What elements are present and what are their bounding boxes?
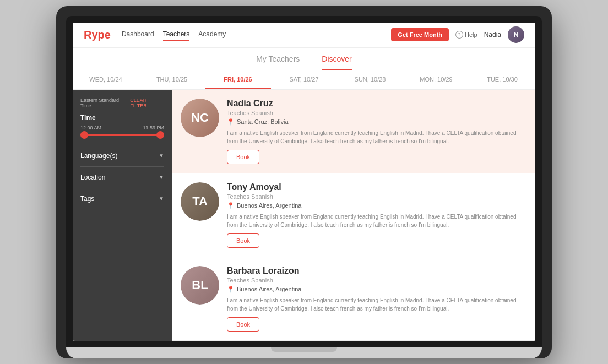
teacher-avatar-barbara: BL [181, 266, 219, 305]
location-text-barbara: Buenos Aires, Argentina [237, 286, 301, 292]
date-sat[interactable]: SAT, 10/27 [271, 70, 337, 89]
teacher-card-tony: TA Tony Amoyal Teaches Spanish 📍 Buenos … [172, 173, 535, 257]
filter-tags-label: Tags [80, 195, 94, 203]
date-fri[interactable]: FRI, 10/26 [205, 70, 271, 89]
filter-tags[interactable]: Tags ▼ [80, 188, 164, 209]
teacher-name-barbara: Barbara Loraizon [227, 266, 526, 276]
date-sun[interactable]: SUN, 10/28 [337, 70, 403, 89]
teacher-location-barbara: 📍 Buenos Aires, Argentina [227, 286, 526, 293]
teacher-subject-nadia: Teaches Spanish [227, 110, 526, 116]
chevron-down-icon: ▼ [159, 174, 164, 180]
time-range: 12:00 AM 11:59 PM [80, 125, 164, 131]
time-section: Time 12:00 AM 11:59 PM [80, 114, 164, 136]
laptop-frame: Rype Dashboard Teachers Academy Get Free… [56, 6, 552, 358]
tabs-bar: My Teachers Discover [73, 48, 535, 70]
location-text-nadia: Santa Cruz, Bolivia [237, 118, 289, 125]
location-pin-icon: 📍 [227, 118, 235, 126]
filter-languages-label: Language(s) [80, 152, 117, 160]
nav-right: Get Free Month ? Help Nadia N [391, 26, 524, 43]
clear-filter-button[interactable]: CLEAR FILTER [130, 97, 164, 108]
timezone-row: Eastern Standard Time CLEAR FILTER [80, 97, 164, 108]
filter-languages[interactable]: Language(s) ▼ [80, 145, 164, 166]
avatar-initials: N [508, 26, 524, 43]
nav-links: Dashboard Teachers Academy [122, 28, 391, 41]
teacher-info-tony: Tony Amoyal Teaches Spanish 📍 Buenos Air… [227, 182, 526, 248]
teacher-card-barbara: BL Barbara Loraizon Teaches Spanish 📍 Bu… [172, 257, 535, 341]
main-layout: Eastern Standard Time CLEAR FILTER Time … [73, 90, 535, 341]
location-pin-icon: 📍 [227, 286, 235, 293]
get-free-button[interactable]: Get Free Month [391, 28, 449, 41]
teacher-photo-barbara[interactable]: BL [181, 266, 219, 305]
help-icon: ? [455, 31, 463, 39]
avatar[interactable]: N [508, 26, 524, 43]
time-slider[interactable] [80, 134, 164, 136]
teacher-bio-tony: I am a native English speaker from Engla… [227, 213, 526, 229]
teacher-list: NC Nadia Cruz Teaches Spanish 📍 Santa Cr… [172, 90, 535, 341]
teacher-avatar-nadia: NC [181, 99, 219, 137]
date-bar: WED, 10/24 THU, 10/25 FRI, 10/26 SAT, 10… [73, 70, 535, 90]
teacher-bio-barbara: I am a native English speaker from Engla… [227, 296, 526, 313]
time-title: Time [80, 114, 164, 122]
teacher-location-tony: 📍 Buenos Aires, Argentina [227, 202, 526, 209]
teacher-avatar-tony: TA [181, 182, 219, 221]
location-pin-icon: 📍 [227, 202, 235, 209]
tab-discover[interactable]: Discover [322, 55, 351, 70]
teacher-photo-nadia[interactable]: NC [181, 99, 219, 137]
nav-academy[interactable]: Academy [198, 28, 226, 41]
teacher-name-nadia: Nadia Cruz [227, 99, 526, 108]
book-button-tony[interactable]: Book [227, 233, 259, 248]
date-tue[interactable]: TUE, 10/30 [469, 70, 535, 89]
location-text-tony: Buenos Aires, Argentina [237, 202, 301, 209]
chevron-down-icon: ▼ [159, 153, 164, 159]
book-button-barbara[interactable]: Book [227, 317, 259, 332]
teacher-location-nadia: 📍 Santa Cruz, Bolivia [227, 118, 526, 126]
teacher-subject-barbara: Teaches Spanish [227, 277, 526, 284]
timezone-label: Eastern Standard Time [80, 97, 130, 108]
help-button[interactable]: ? Help [455, 31, 477, 39]
screen: Rype Dashboard Teachers Academy Get Free… [73, 23, 535, 341]
help-label: Help [465, 31, 477, 38]
teacher-info-nadia: Nadia Cruz Teaches Spanish 📍 Santa Cruz,… [227, 99, 526, 164]
teacher-bio-nadia: I am a native English speaker from Engla… [227, 129, 526, 145]
laptop-base [66, 347, 542, 358]
teacher-photo-tony[interactable]: TA [181, 182, 219, 221]
tab-my-teachers[interactable]: My Teachers [256, 55, 300, 70]
teacher-info-barbara: Barbara Loraizon Teaches Spanish 📍 Bueno… [227, 266, 526, 332]
nav-teachers[interactable]: Teachers [163, 28, 190, 41]
teacher-card-nadia: NC Nadia Cruz Teaches Spanish 📍 Santa Cr… [172, 90, 535, 173]
time-end: 11:59 PM [143, 125, 164, 131]
top-nav: Rype Dashboard Teachers Academy Get Free… [73, 23, 535, 48]
sidebar: Eastern Standard Time CLEAR FILTER Time … [73, 90, 172, 341]
teacher-name-tony: Tony Amoyal [227, 182, 526, 192]
screen-bezel: Rype Dashboard Teachers Academy Get Free… [66, 16, 542, 347]
teacher-subject-tony: Teaches Spanish [227, 193, 526, 200]
app-logo: Rype [84, 29, 111, 41]
nav-dashboard[interactable]: Dashboard [122, 28, 154, 41]
book-button-nadia[interactable]: Book [227, 150, 259, 164]
date-wed[interactable]: WED, 10/24 [73, 70, 139, 89]
time-start: 12:00 AM [80, 125, 101, 131]
filter-location[interactable]: Location ▼ [80, 166, 164, 188]
slider-fill [80, 134, 164, 136]
filter-location-label: Location [80, 173, 105, 181]
chevron-down-icon: ▼ [159, 195, 164, 202]
user-name: Nadia [484, 31, 501, 39]
date-mon[interactable]: MON, 10/29 [403, 70, 469, 89]
slider-thumb-right[interactable] [156, 131, 164, 139]
slider-thumb-left[interactable] [80, 131, 88, 139]
date-thu[interactable]: THU, 10/25 [139, 70, 205, 89]
